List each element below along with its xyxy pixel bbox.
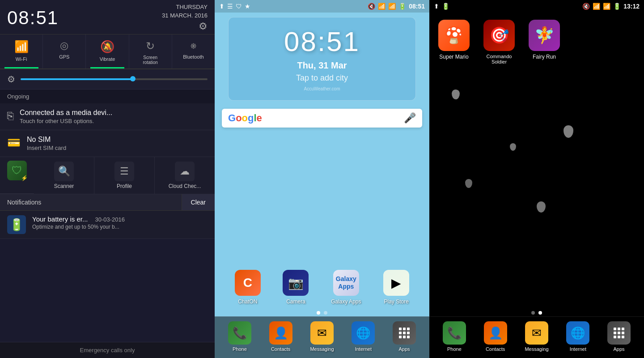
brightness-slider[interactable] [21, 78, 208, 80]
contacts-dock-2[interactable]: 👤 Contacts [484, 321, 507, 352]
top-apps-row: 🍄 Super Mario 🎯 Commando Soldier 🧚 Fairy… [429, 13, 644, 64]
sim-notification[interactable]: 💳 No SIM Insert SIM card [0, 130, 215, 157]
super-mario-icon: 🍄 [438, 20, 470, 51]
messaging-dock-2[interactable]: ✉ Messaging [525, 321, 548, 352]
page-dots [215, 309, 429, 316]
cloud-shortcut[interactable]: ☁ Cloud Chec... [155, 157, 215, 194]
svg-rect-5 [407, 332, 410, 334]
usb-notification[interactable]: ⎘ Connected as a media devi... Touch for… [0, 103, 215, 130]
toggle-wifi[interactable]: 📶 Wi-Fi [0, 34, 43, 68]
apps-label-2: Apps [614, 346, 625, 352]
fairy-run-label: Fairy Run [533, 54, 556, 60]
widget-date: Thu, 31 Mar [237, 60, 407, 71]
scanner-label: Scanner [54, 183, 74, 189]
apps-grid-icon-2 [607, 321, 631, 345]
contacts-icon-2: 👤 [484, 321, 507, 345]
chaton-app[interactable]: C ChatON [235, 270, 261, 305]
apps-dock-2[interactable]: Apps [607, 321, 631, 352]
notification-date: 31 MARCH. 2016 [162, 12, 208, 19]
toggle-gps[interactable]: ◎ GPS [43, 34, 86, 68]
camera-label: Camera [286, 298, 305, 305]
profile-shortcut[interactable]: ☰ Profile [94, 157, 155, 194]
sim-subtitle: Insert SIM card [27, 145, 66, 151]
battery-date: 30-03-2016 [95, 216, 125, 223]
dot-2-2 [538, 311, 542, 315]
svg-rect-12 [614, 332, 616, 334]
usb-subtitle: Touch for other USB options. [20, 118, 112, 124]
widget-source: AccuWeather.com [237, 86, 407, 91]
playstore-app[interactable]: ▶ Play Store [383, 270, 409, 305]
notification-header: 08:51 THURSDAY 31 MARCH. 2016 ⚙ [0, 0, 215, 34]
notifications-label: Notifications [0, 194, 182, 210]
camera-app[interactable]: 📷 Camera [283, 270, 309, 305]
usb-icon-2: ⬆ [434, 3, 439, 10]
bluetooth-label: Bluetooth [183, 54, 203, 60]
emergency-bar: Emergency calls only [0, 342, 215, 358]
contacts-dock[interactable]: 👤 Contacts [269, 321, 292, 352]
wifi-label: Wi-Fi [16, 56, 27, 62]
clear-button[interactable]: Clear [182, 194, 215, 210]
status-time: 08:51 [409, 3, 425, 10]
widget-tap-city[interactable]: Tap to add city [237, 73, 407, 83]
apps-label: Apps [399, 346, 410, 352]
messaging-label: Messaging [310, 346, 334, 352]
battery-notification[interactable]: 🔋 Your battery is er... 30-03-2016 Optim… [0, 211, 215, 239]
super-mario-app[interactable]: 🍄 Super Mario [438, 20, 470, 64]
battery-subtitle: Optimize and get up to 50% your b... [32, 224, 125, 230]
google-search-bar[interactable]: Google 🎤 [222, 109, 422, 128]
status-left: ⬆ ☰ 🛡 ★ [219, 3, 250, 10]
svg-rect-4 [403, 332, 406, 334]
phone-dock[interactable]: 📞 Phone [228, 321, 251, 352]
svg-rect-15 [614, 336, 616, 338]
contacts-label: Contacts [271, 346, 290, 352]
emergency-text: Emergency calls only [80, 347, 135, 354]
notification-day: THURSDAY [176, 4, 208, 10]
security-icon: 🛡 [7, 161, 27, 180]
apps-grid-icon [393, 321, 416, 345]
battery-status-icon: 🔋 [398, 3, 406, 10]
toggle-vibrate[interactable]: 🔕 Vibrate [86, 34, 129, 68]
battery-icon: 🔋 [7, 215, 26, 234]
fairy-run-app[interactable]: 🧚 Fairy Run [529, 20, 560, 64]
mic-icon[interactable]: 🎤 [404, 112, 416, 124]
home-app-grid: C ChatON 📷 Camera GalaxyApps Galaxy Apps… [215, 265, 429, 309]
sim-icon: 💳 [7, 136, 21, 149]
toggle-screen-rotation[interactable]: ↻ Screenrotation [129, 34, 172, 68]
internet-dock[interactable]: 🌐 Internet [352, 321, 375, 352]
wifi-icon: 📶 [14, 40, 29, 54]
status-time-2: 13:12 [623, 3, 640, 10]
apps-dock[interactable]: Apps [393, 321, 416, 352]
weather-widget[interactable]: 08:51 Thu, 31 Mar Tap to add city AccuWe… [228, 17, 416, 101]
bluetooth-icon: ⎈ [191, 40, 196, 51]
svg-rect-6 [399, 336, 402, 338]
svg-rect-7 [403, 336, 406, 338]
app-shortcut-row: 🛡 🔍 Scanner ☰ Profile ☁ Cloud Chec... [0, 157, 215, 194]
sim-title: No SIM [27, 136, 66, 144]
status-bar-2: ⬆ 🔋 🔇 📶 📶 🔋 13:12 [429, 0, 644, 13]
phone-dock-2[interactable]: 📞 Phone [443, 321, 466, 352]
galaxy-apps-app[interactable]: GalaxyApps Galaxy Apps [331, 270, 361, 305]
playstore-label: Play Store [384, 298, 408, 305]
camera-icon: 📷 [283, 270, 309, 296]
commando-app[interactable]: 🎯 Commando Soldier [483, 20, 515, 64]
commando-label: Commando Soldier [483, 54, 515, 64]
profile-icon: ☰ [114, 162, 134, 181]
internet-dock-2[interactable]: 🌐 Internet [566, 321, 589, 352]
super-mario-label: Super Mario [439, 54, 468, 60]
settings-icon[interactable]: ⚙ [199, 21, 208, 32]
contacts-icon: 👤 [269, 321, 292, 345]
gps-icon: ◎ [60, 40, 68, 51]
status-bar: ⬆ ☰ 🛡 ★ 🔇 📶 📶 🔋 08:51 [215, 0, 429, 13]
security-app: 🛡 [0, 157, 34, 194]
mute-status-icon: 🔇 [368, 3, 375, 10]
messaging-dock[interactable]: ✉ Messaging [310, 321, 334, 352]
dot-2-1 [531, 311, 535, 315]
wifi-icon-2: 📶 [593, 3, 600, 10]
scanner-shortcut[interactable]: 🔍 Scanner [34, 157, 94, 194]
cloud-label: Cloud Chec... [169, 183, 201, 189]
notifications-bar: Notifications Clear [0, 194, 215, 211]
galaxy-icon: GalaxyApps [333, 270, 359, 296]
toggle-bluetooth[interactable]: ⎈ Bluetooth [172, 34, 215, 68]
profile-label: Profile [117, 183, 132, 189]
commando-icon: 🎯 [483, 20, 515, 51]
